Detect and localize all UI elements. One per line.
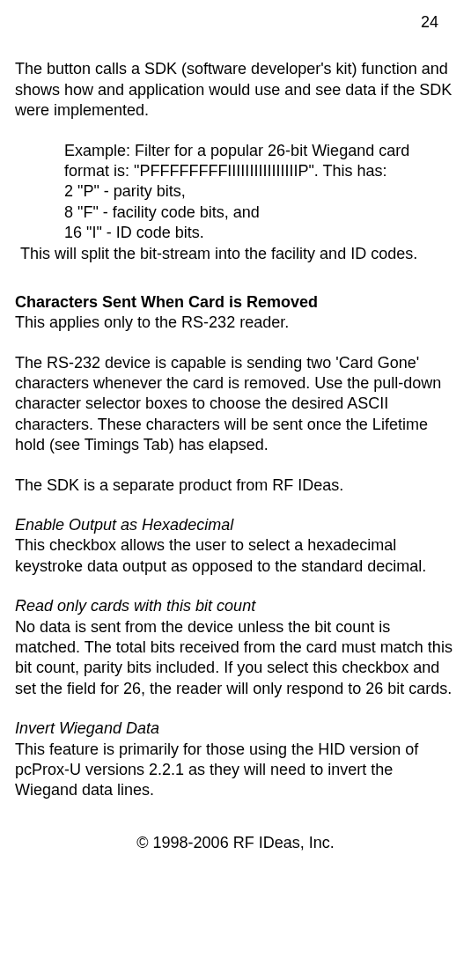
chars-sent-heading: Characters Sent When Card is Removed [15,292,456,313]
page-number: 24 [15,12,438,33]
example-block: Example: Filter for a popular 26-bit Wie… [15,141,456,264]
footer-copyright: © 1998-2006 RF IDeas, Inc. [15,833,456,853]
example-line-1: 2 "P" - parity bits, [64,181,456,202]
example-line-2: 8 "F" - facility code bits, and [64,203,456,223]
invert-heading: Invert Wiegand Data [15,718,456,739]
chars-sent-section: Characters Sent When Card is Removed Thi… [15,292,456,496]
read-only-body: No data is sent from the device unless t… [15,617,456,700]
chars-sent-p2: The RS-232 device is capable is sending … [15,353,456,456]
example-line-3: 16 "I" - ID code bits. [64,223,456,243]
intro-paragraph: The button calls a SDK (software develop… [15,59,456,121]
invert-body: This feature is primarily for those usin… [15,740,456,801]
chars-sent-p1: This applies only to the RS-232 reader. [15,313,456,333]
invert-section: Invert Wiegand Data This feature is prim… [15,718,456,801]
example-tail: This will split the bit-stream into the … [20,244,456,264]
example-lead: Example: Filter for a popular 26-bit Wie… [64,141,456,182]
enable-hex-section: Enable Output as Hexadecimal This checkb… [15,515,456,577]
read-only-heading: Read only cards with this bit count [15,596,456,616]
enable-hex-heading: Enable Output as Hexadecimal [15,515,456,535]
chars-sent-p3: The SDK is a separate product from RF ID… [15,475,456,496]
enable-hex-body: This checkbox allows the user to select … [15,535,456,577]
read-only-section: Read only cards with this bit count No d… [15,596,456,699]
page-container: 24 The button calls a SDK (software deve… [0,0,471,980]
